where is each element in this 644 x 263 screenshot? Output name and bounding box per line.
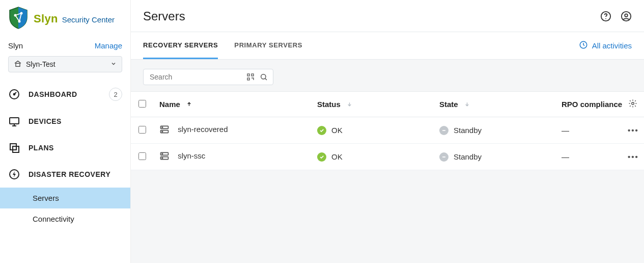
nav-plans-label: PLANS: [29, 144, 54, 152]
row-status: OK: [331, 152, 343, 161]
col-state-header[interactable]: State: [439, 100, 458, 109]
nav-disaster-recovery-label: DISASTER RECOVERY: [29, 170, 110, 178]
toolbar: [131, 60, 644, 91]
table-wrapper: Name Status State: [131, 91, 644, 263]
nav-dashboard[interactable]: DASHBOARD 2: [0, 81, 130, 108]
tab-recovery-servers-label: RECOVERY SERVERS: [143, 41, 218, 49]
nav-dr-servers[interactable]: Servers: [0, 188, 130, 208]
org-picker[interactable]: Slyn-Test: [8, 56, 122, 72]
building-icon: [14, 60, 22, 69]
sort-icon[interactable]: [347, 100, 352, 109]
tab-primary-servers[interactable]: PRIMARY SERVERS: [234, 32, 302, 59]
server-icon: [159, 154, 172, 163]
nav-dr-servers-label: Servers: [33, 194, 59, 202]
empty-area: [131, 170, 644, 262]
table-row[interactable]: slyn-ssc OK: [131, 144, 644, 170]
svg-rect-15: [247, 74, 249, 76]
nav-disaster-recovery[interactable]: DISASTER RECOVERY: [0, 161, 130, 188]
org-picker-value: Slyn-Test: [26, 60, 55, 68]
sort-asc-icon[interactable]: [186, 100, 192, 109]
state-standby-icon: [439, 152, 449, 162]
row-checkbox[interactable]: [138, 152, 146, 160]
svg-rect-6: [10, 118, 19, 124]
svg-point-5: [14, 94, 15, 95]
nav-dashboard-badge: 2: [109, 88, 122, 101]
help-icon[interactable]: [600, 11, 611, 22]
svg-point-27: [162, 153, 163, 154]
svg-point-22: [162, 127, 163, 128]
tenant-manage-link[interactable]: Manage: [95, 41, 122, 50]
clock-icon: [579, 40, 588, 51]
sidebar: Slyn Security Center Slyn Manage Slyn-Te…: [0, 0, 130, 263]
table-row[interactable]: slyn-recovered OK: [131, 117, 644, 144]
page-title: Servers: [143, 9, 185, 23]
svg-rect-24: [442, 130, 445, 131]
servers-table: Name Status State: [131, 91, 644, 170]
nav-devices-label: DEVICES: [29, 117, 62, 125]
shield-logo-icon: [8, 6, 29, 31]
nav: DASHBOARD 2 DEVICES PLANS: [0, 81, 130, 229]
row-state: Standby: [454, 152, 482, 161]
nav-plans[interactable]: PLANS: [0, 135, 130, 161]
select-all-checkbox[interactable]: [138, 100, 146, 108]
chevron-down-icon: [110, 60, 117, 68]
row-rpo: —: [562, 126, 569, 135]
row-name: slyn-recovered: [178, 125, 228, 134]
svg-point-13: [625, 14, 628, 17]
layers-icon: [8, 142, 20, 154]
row-status: OK: [331, 126, 343, 135]
row-name: slyn-ssc: [178, 151, 205, 160]
sort-icon[interactable]: [464, 100, 470, 109]
tabs: RECOVERY SERVERS PRIMARY SERVERS All act…: [131, 32, 644, 60]
col-name-header[interactable]: Name: [159, 100, 180, 109]
svg-point-23: [162, 131, 163, 132]
main: Servers RECOVERY SERVERS PRIMARY SERVERS: [130, 0, 644, 263]
search-box: [143, 69, 273, 85]
row-state: Standby: [454, 126, 482, 135]
status-ok-icon: [317, 152, 326, 162]
nav-dr-connectivity-label: Connectivity: [33, 215, 74, 223]
tab-recovery-servers[interactable]: RECOVERY SERVERS: [143, 32, 218, 59]
nav-devices[interactable]: DEVICES: [0, 108, 130, 135]
gear-icon[interactable]: [628, 101, 637, 110]
svg-rect-17: [247, 78, 249, 80]
account-icon[interactable]: [621, 11, 632, 22]
svg-rect-16: [251, 74, 254, 76]
svg-rect-3: [16, 63, 20, 66]
page-header: Servers: [131, 0, 644, 32]
search-input[interactable]: [148, 73, 245, 81]
qr-scan-icon[interactable]: [245, 73, 256, 81]
brand-name-primary: Slyn: [34, 12, 58, 25]
row-checkbox[interactable]: [138, 126, 146, 134]
all-activities-link[interactable]: All activities: [579, 40, 632, 51]
svg-point-28: [162, 157, 163, 159]
state-standby-icon: [439, 126, 449, 135]
status-ok-icon: [317, 126, 326, 135]
tab-primary-servers-label: PRIMARY SERVERS: [234, 41, 302, 49]
brand-name-secondary: Security Center: [62, 15, 115, 24]
col-status-header[interactable]: Status: [317, 100, 341, 109]
row-actions-icon[interactable]: •••: [628, 152, 639, 161]
brand: Slyn Security Center: [0, 0, 130, 35]
row-rpo: —: [562, 152, 569, 161]
nav-dashboard-label: DASHBOARD: [29, 90, 77, 98]
all-activities-label: All activities: [592, 41, 632, 50]
col-rpo-header[interactable]: RPO compliance: [562, 100, 622, 109]
svg-rect-29: [442, 156, 445, 157]
nav-dr-connectivity[interactable]: Connectivity: [0, 208, 130, 229]
tenant-name: Slyn: [8, 41, 23, 50]
svg-point-18: [261, 74, 266, 79]
bolt-circle-icon: [8, 168, 20, 180]
tenant-row: Slyn Manage: [0, 35, 130, 54]
monitor-icon: [8, 115, 20, 127]
server-icon: [159, 127, 172, 136]
svg-point-11: [605, 18, 606, 19]
row-actions-icon[interactable]: •••: [628, 126, 639, 135]
svg-point-19: [632, 102, 634, 105]
gauge-icon: [8, 88, 20, 100]
search-icon[interactable]: [259, 73, 269, 81]
